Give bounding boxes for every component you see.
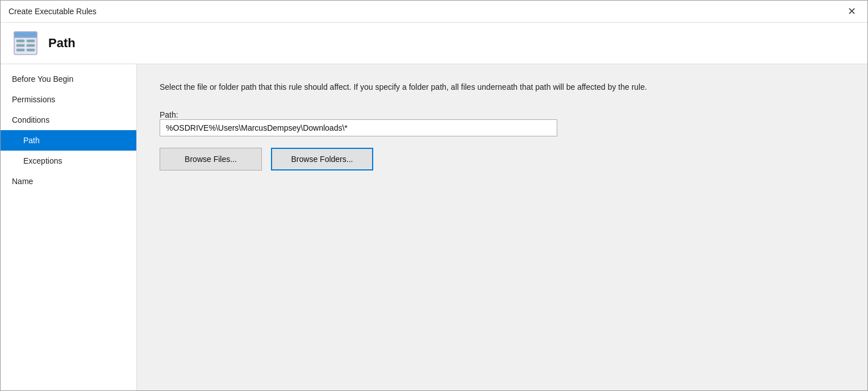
path-label: Path:: [160, 110, 178, 119]
path-input[interactable]: [160, 119, 557, 136]
window-title: Create Executable Rules: [9, 7, 97, 16]
svg-rect-7: [27, 49, 35, 51]
description-text: Select the file or folder path that this…: [160, 81, 845, 93]
sidebar-item-permissions[interactable]: Permissions: [1, 89, 136, 110]
header-area: Path: [1, 23, 867, 64]
main-content: Before You Begin Permissions Conditions …: [1, 64, 867, 390]
header-icon: [12, 30, 39, 57]
sidebar-item-name[interactable]: Name: [1, 171, 136, 192]
page-title: Path: [48, 36, 76, 51]
svg-rect-6: [16, 49, 24, 51]
browse-files-button[interactable]: Browse Files...: [160, 148, 262, 170]
path-field-group: Path:: [160, 110, 845, 136]
svg-rect-5: [27, 44, 35, 47]
create-executable-rules-window: Create Executable Rules ✕ Path Before Yo…: [0, 0, 868, 391]
sidebar: Before You Begin Permissions Conditions …: [1, 64, 137, 390]
close-button[interactable]: ✕: [844, 5, 859, 18]
content-area: Select the file or folder path that this…: [137, 64, 867, 390]
svg-rect-2: [16, 40, 24, 42]
svg-rect-4: [16, 44, 24, 47]
buttons-row: Browse Files... Browse Folders...: [160, 148, 845, 170]
sidebar-item-conditions[interactable]: Conditions: [1, 110, 136, 130]
title-bar: Create Executable Rules ✕: [1, 1, 867, 23]
svg-rect-3: [27, 40, 35, 42]
sidebar-item-path[interactable]: Path: [1, 130, 136, 151]
sidebar-item-before-you-begin[interactable]: Before You Begin: [1, 69, 136, 89]
sidebar-item-exceptions[interactable]: Exceptions: [1, 151, 136, 171]
browse-folders-button[interactable]: Browse Folders...: [271, 148, 373, 170]
svg-rect-1: [14, 32, 37, 38]
